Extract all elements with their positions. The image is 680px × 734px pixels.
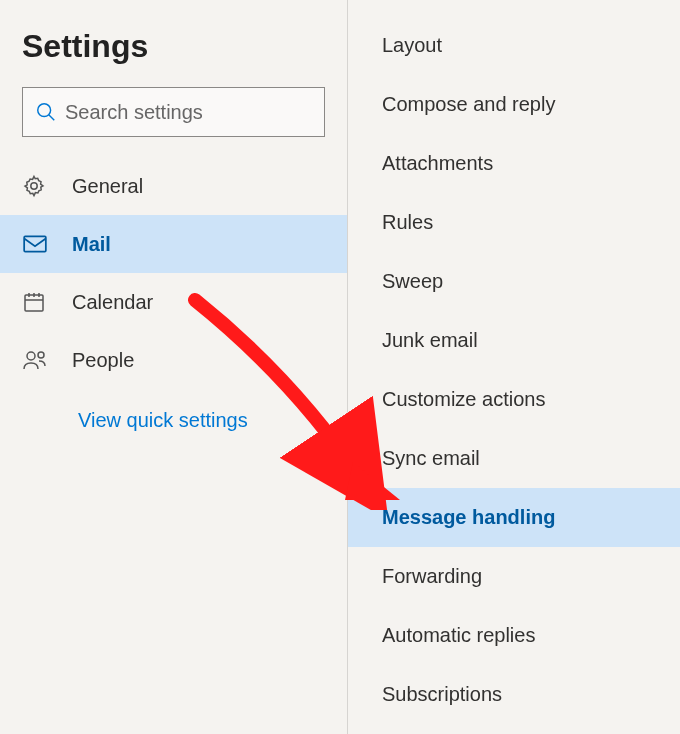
sub-item-label: Junk email bbox=[382, 329, 478, 352]
sub-item-label: Compose and reply bbox=[382, 93, 555, 116]
people-icon bbox=[22, 348, 58, 372]
gear-icon bbox=[22, 174, 58, 198]
sub-item-label: Sync email bbox=[382, 447, 480, 470]
svg-line-1 bbox=[49, 115, 55, 121]
sub-item-message-handling[interactable]: Message handling bbox=[348, 488, 680, 547]
sidebar-item-mail[interactable]: Mail bbox=[0, 215, 347, 273]
sub-item-junk-email[interactable]: Junk email bbox=[348, 311, 680, 370]
sub-item-attachments[interactable]: Attachments bbox=[348, 134, 680, 193]
sub-item-customize-actions[interactable]: Customize actions bbox=[348, 370, 680, 429]
sidebar-item-label: General bbox=[72, 175, 143, 198]
sub-item-label: Forwarding bbox=[382, 565, 482, 588]
svg-point-0 bbox=[38, 104, 51, 117]
svg-point-2 bbox=[31, 183, 37, 189]
sidebar-item-label: Mail bbox=[72, 233, 111, 256]
settings-left-panel: Settings General Mail bbox=[0, 0, 348, 734]
mail-icon bbox=[22, 232, 58, 256]
sub-item-label: Message handling bbox=[382, 506, 555, 529]
sub-item-label: Rules bbox=[382, 211, 433, 234]
page-title: Settings bbox=[0, 0, 347, 79]
sidebar-item-calendar[interactable]: Calendar bbox=[0, 273, 347, 331]
search-icon bbox=[35, 101, 57, 123]
search-box[interactable] bbox=[22, 87, 325, 137]
sidebar-item-people[interactable]: People bbox=[0, 331, 347, 389]
sub-item-label: Layout bbox=[382, 34, 442, 57]
sub-item-label: Automatic replies bbox=[382, 624, 535, 647]
svg-point-12 bbox=[27, 352, 35, 360]
svg-rect-3 bbox=[24, 236, 46, 251]
view-quick-settings-link[interactable]: View quick settings bbox=[0, 409, 347, 432]
search-input[interactable] bbox=[65, 101, 318, 124]
sub-item-label: Subscriptions bbox=[382, 683, 502, 706]
sub-item-label: Customize actions bbox=[382, 388, 545, 411]
sub-item-layout[interactable]: Layout bbox=[348, 16, 680, 75]
sub-item-rules[interactable]: Rules bbox=[348, 193, 680, 252]
sidebar-item-general[interactable]: General bbox=[0, 157, 347, 215]
sub-item-subscriptions[interactable]: Subscriptions bbox=[348, 665, 680, 724]
calendar-icon bbox=[22, 290, 58, 314]
sub-item-label: Sweep bbox=[382, 270, 443, 293]
sub-item-sweep[interactable]: Sweep bbox=[348, 252, 680, 311]
sub-item-label: Attachments bbox=[382, 152, 493, 175]
sub-item-forwarding[interactable]: Forwarding bbox=[348, 547, 680, 606]
sub-item-sync-email[interactable]: Sync email bbox=[348, 429, 680, 488]
svg-point-13 bbox=[38, 352, 44, 358]
svg-rect-4 bbox=[25, 295, 43, 311]
sidebar-item-label: People bbox=[72, 349, 134, 372]
sub-item-automatic-replies[interactable]: Automatic replies bbox=[348, 606, 680, 665]
sidebar-item-label: Calendar bbox=[72, 291, 153, 314]
settings-subpanel: Layout Compose and reply Attachments Rul… bbox=[348, 0, 680, 734]
sub-item-compose-reply[interactable]: Compose and reply bbox=[348, 75, 680, 134]
